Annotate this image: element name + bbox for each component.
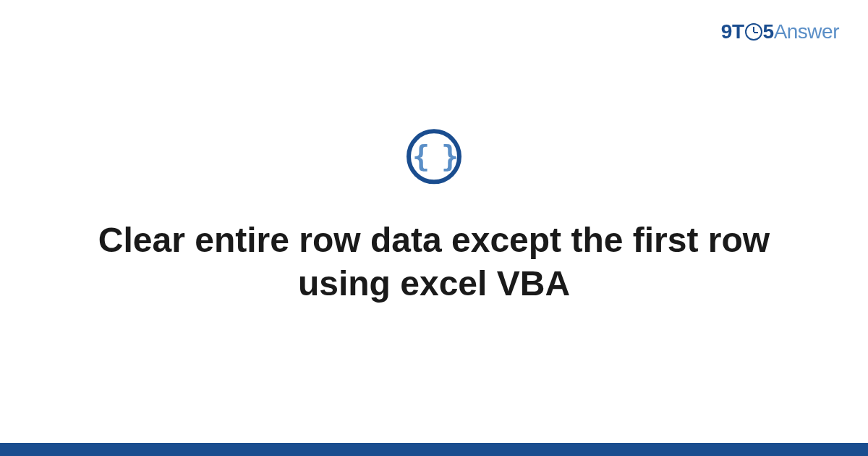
footer-accent-bar xyxy=(0,443,868,456)
page-title: Clear entire row data except the first r… xyxy=(0,219,868,305)
code-braces-icon: { } xyxy=(412,142,456,171)
clock-icon xyxy=(745,23,762,41)
logo-text-9t: 9T xyxy=(721,20,744,43)
topic-icon-circle: { } xyxy=(407,129,461,184)
logo-text-5: 5 xyxy=(763,20,774,43)
main-content: { } Clear entire row data except the fir… xyxy=(0,129,868,305)
logo-text-answer: Answer xyxy=(774,20,839,43)
site-logo: 9T5Answer xyxy=(721,20,839,43)
